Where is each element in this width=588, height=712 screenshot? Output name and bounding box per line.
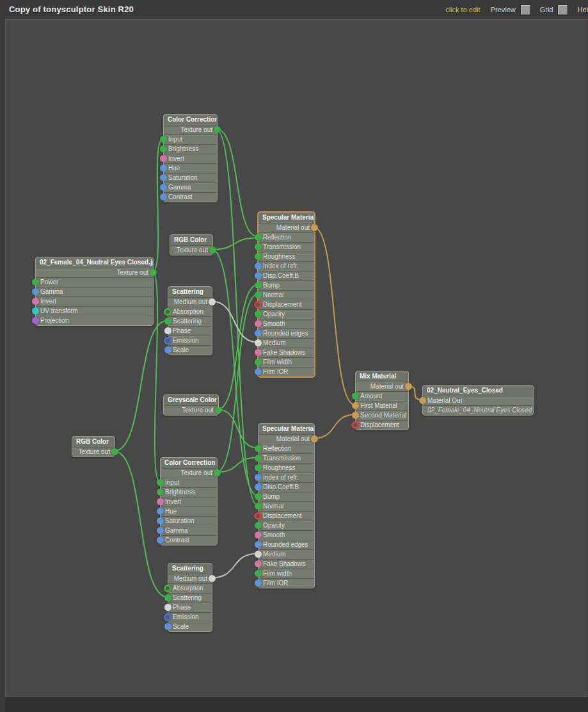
input-port-displacement[interactable] bbox=[254, 512, 262, 520]
input-port-invert[interactable] bbox=[32, 298, 39, 305]
input-port-medium[interactable] bbox=[255, 339, 262, 346]
input-port-gamma[interactable] bbox=[32, 288, 39, 295]
input-port-transmission[interactable] bbox=[255, 455, 262, 462]
input-port-brightness[interactable] bbox=[160, 145, 167, 152]
port-row-invert: Invert bbox=[164, 154, 217, 163]
input-port-medium[interactable] bbox=[255, 551, 262, 558]
input-port-first-material[interactable] bbox=[352, 402, 359, 409]
input-port-reflection[interactable] bbox=[255, 445, 262, 452]
input-port-hue[interactable] bbox=[160, 165, 167, 172]
input-port-disp-coeff-b[interactable] bbox=[255, 483, 262, 490]
input-port-film-ior[interactable] bbox=[255, 579, 262, 587]
output-port-texture-out[interactable] bbox=[214, 126, 221, 133]
input-port-rounded-edges[interactable] bbox=[255, 541, 262, 548]
input-port-gamma[interactable] bbox=[160, 184, 167, 191]
output-port-material-out[interactable] bbox=[311, 224, 318, 231]
node-title-color-correction-1: Color Correction bbox=[164, 115, 217, 125]
node-rgb-color-1[interactable]: RGB ColorTexture out bbox=[170, 234, 213, 255]
node-specular-material-2[interactable]: Specular MaterialMaterial outReflectionT… bbox=[258, 423, 315, 588]
input-port-bump[interactable] bbox=[255, 282, 262, 289]
output-port-medium-out[interactable] bbox=[209, 575, 216, 582]
node-material-output[interactable]: 02_Neutral_Eyes_ClosedMaterial Out02_Fem… bbox=[422, 385, 534, 416]
input-port-saturation[interactable] bbox=[160, 174, 167, 181]
input-port-reflection[interactable] bbox=[255, 234, 262, 241]
input-port-invert[interactable] bbox=[157, 498, 164, 505]
node-specular-material-1[interactable]: Specular MaterialMaterial outReflectionT… bbox=[258, 212, 315, 377]
input-port-opacity[interactable] bbox=[255, 311, 262, 318]
input-port-smooth[interactable] bbox=[255, 320, 262, 327]
input-port-gamma[interactable] bbox=[157, 527, 164, 534]
input-port-roughness[interactable] bbox=[255, 464, 262, 471]
port-row-medium: Medium bbox=[258, 338, 314, 348]
output-port-texture-out[interactable] bbox=[214, 469, 221, 476]
input-port-power[interactable] bbox=[32, 279, 39, 286]
node-color-correction-1[interactable]: Color CorrectionTexture outInputBrightne… bbox=[163, 114, 218, 202]
input-port-displacement[interactable] bbox=[351, 421, 359, 429]
input-port-roughness[interactable] bbox=[255, 253, 262, 260]
input-port-film-ior[interactable] bbox=[255, 368, 262, 375]
input-port-bump[interactable] bbox=[255, 493, 262, 500]
node-rgb-color-2[interactable]: RGB ColorTexture out bbox=[72, 436, 115, 457]
port-row-displacement: Displacement bbox=[258, 511, 314, 521]
input-port-scattering[interactable] bbox=[164, 318, 171, 325]
output-port-texture-out[interactable] bbox=[209, 247, 216, 254]
port-row-saturation: Saturation bbox=[161, 516, 217, 526]
input-port-input[interactable] bbox=[157, 479, 164, 486]
node-color-correction-2[interactable]: Color CorrectionTexture outInputBrightne… bbox=[160, 457, 218, 546]
input-port-invert[interactable] bbox=[160, 155, 167, 162]
port-row-scale: Scale bbox=[168, 345, 212, 355]
node-scattering-1[interactable]: ScatteringMedium outAbsorptionScattering… bbox=[168, 286, 212, 355]
input-port-smooth[interactable] bbox=[255, 531, 262, 538]
input-port-normal[interactable] bbox=[255, 503, 262, 510]
input-port-film-width[interactable] bbox=[255, 570, 262, 577]
input-port-brightness[interactable] bbox=[157, 489, 164, 496]
input-port-input[interactable] bbox=[160, 136, 167, 143]
input-port-opacity[interactable] bbox=[255, 522, 262, 529]
input-port-hue[interactable] bbox=[157, 508, 164, 515]
input-port-fake-shadows[interactable] bbox=[255, 349, 262, 356]
input-port-absorption[interactable] bbox=[164, 585, 171, 592]
input-port-transmission[interactable] bbox=[255, 243, 262, 250]
input-port-emission[interactable] bbox=[164, 337, 171, 344]
output-port-texture-out[interactable] bbox=[150, 269, 157, 276]
output-port-texture-out[interactable] bbox=[111, 448, 118, 455]
input-port-phase[interactable] bbox=[164, 327, 171, 334]
port-row-film-ior: Film IOR bbox=[258, 367, 314, 376]
output-port-material-out[interactable] bbox=[405, 383, 412, 390]
input-port-projection[interactable] bbox=[32, 317, 39, 324]
input-port-film-width[interactable] bbox=[255, 359, 262, 366]
input-port-disp-coeff-b[interactable] bbox=[255, 272, 262, 279]
output-port-medium-out[interactable] bbox=[209, 298, 216, 305]
input-port-saturation[interactable] bbox=[157, 517, 164, 524]
input-port-uv-transform[interactable] bbox=[32, 307, 39, 314]
input-port-amount[interactable] bbox=[352, 392, 359, 400]
input-port-absorption[interactable] bbox=[164, 308, 171, 316]
input-port-index-of-refr[interactable] bbox=[255, 474, 262, 481]
input-port-material-out[interactable] bbox=[419, 397, 426, 404]
input-port-scale[interactable] bbox=[164, 346, 171, 353]
input-port-emission[interactable] bbox=[164, 613, 171, 621]
input-port-fake-shadows[interactable] bbox=[255, 560, 262, 567]
input-port-phase[interactable] bbox=[164, 604, 171, 611]
port-row-power: Power bbox=[36, 277, 153, 287]
node-mix-material[interactable]: Mix MaterialMaterial outAmountFirst Mate… bbox=[355, 371, 409, 430]
node-subtitle-02-female-04-neutral-eyes-closed: 02_Female_04_Neutral Eyes Closed bbox=[423, 405, 533, 415]
input-port-contrast[interactable] bbox=[157, 537, 164, 544]
port-row-rounded-edges: Rounded edges bbox=[258, 540, 314, 549]
port-row-material-out: Material out bbox=[356, 382, 408, 391]
input-port-rounded-edges[interactable] bbox=[255, 330, 262, 337]
node-scattering-2[interactable]: ScatteringMedium outAbsorptionScattering… bbox=[168, 563, 212, 632]
input-port-scale[interactable] bbox=[164, 623, 171, 630]
input-port-normal[interactable] bbox=[255, 291, 262, 298]
input-port-scattering[interactable] bbox=[164, 594, 171, 601]
input-port-second-material[interactable] bbox=[352, 412, 359, 419]
input-port-index-of-refr[interactable] bbox=[255, 263, 262, 270]
port-row-medium-out: Medium out bbox=[168, 297, 212, 307]
port-row-smooth: Smooth bbox=[258, 319, 314, 328]
output-port-material-out[interactable] bbox=[311, 435, 318, 442]
node-bitmap[interactable]: 02_Female_04_Neutral Eyes Closed.jpgText… bbox=[35, 257, 154, 326]
node-greyscale-color[interactable]: Greyscale ColorTexture out bbox=[163, 394, 219, 416]
input-port-contrast[interactable] bbox=[160, 193, 167, 200]
output-port-texture-out[interactable] bbox=[215, 407, 222, 414]
input-port-displacement[interactable] bbox=[254, 301, 262, 309]
